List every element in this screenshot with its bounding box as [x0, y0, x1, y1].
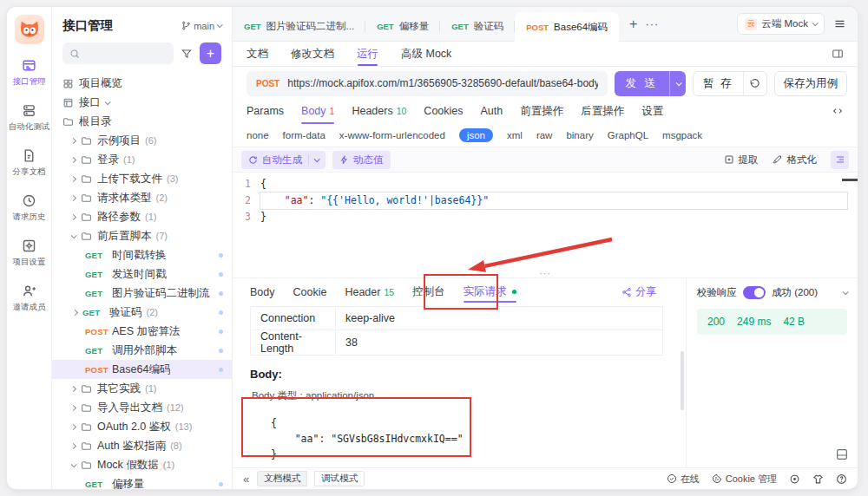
add-api-button[interactable]: + — [200, 42, 221, 64]
editor-line-2[interactable]: 2 "aa": "{{'Hello, world!'|base64}}" — [233, 193, 858, 209]
doc-tab-2[interactable]: 运行 — [357, 42, 378, 66]
response-tab-1[interactable]: Cookie — [293, 278, 327, 305]
apifox-fox-logo[interactable] — [15, 15, 44, 44]
tree-row-12[interactable]: GET验证码(2) — [52, 303, 232, 322]
tree-row-7[interactable]: 路径参数(1) — [52, 207, 232, 226]
tree-row-1[interactable]: 接口 — [52, 93, 232, 112]
chevron-right-icon[interactable] — [72, 309, 78, 315]
request-tab-4[interactable]: Auth — [481, 98, 503, 124]
request-tab-2[interactable]: Headers10 — [352, 98, 406, 124]
menu-icon[interactable] — [833, 17, 846, 30]
tree-row-6[interactable]: 请求体类型(2) — [52, 188, 232, 207]
indent-align-icon[interactable] — [831, 151, 849, 169]
workspace-tab-1[interactable]: GET偏移量 — [365, 12, 440, 41]
doc-tab-1[interactable]: 修改文档 — [291, 42, 334, 66]
code-icon[interactable] — [832, 105, 844, 117]
new-tab-button[interactable]: + — [629, 16, 637, 32]
collapse-icon[interactable]: « — [243, 473, 249, 486]
format-button[interactable]: 格式化 — [773, 153, 818, 166]
locate-icon[interactable] — [789, 473, 800, 485]
tree-row-20[interactable]: Mock 假数据(1) — [52, 455, 232, 474]
chevron-down-icon[interactable] — [71, 232, 77, 238]
chevron-right-icon[interactable] — [70, 137, 76, 143]
json-editor[interactable]: 1{2 "aa": "{{'Hello, world!'|base64}}"3} — [233, 173, 858, 269]
auto-generate-button[interactable]: 自动生成 — [241, 151, 326, 169]
tree-row-11[interactable]: GET图片验证码二进制流 — [52, 284, 232, 303]
splitter-handle[interactable]: ··· — [233, 269, 858, 277]
tree-row-8[interactable]: 前后置脚本(7) — [52, 226, 232, 245]
chevron-right-icon[interactable] — [70, 423, 76, 429]
body-type-raw[interactable]: raw — [536, 130, 553, 140]
response-tab-2[interactable]: Header15 — [345, 278, 394, 305]
branch-selector[interactable]: main — [181, 21, 221, 31]
response-tab-0[interactable]: Body — [250, 278, 275, 305]
chevron-down-icon[interactable] — [843, 289, 849, 295]
workspace-tab-3[interactable]: POSTBase64编码 — [515, 12, 619, 42]
rail-item-automation[interactable]: 自动化测试 — [9, 103, 50, 133]
rail-item-history[interactable]: 请求历史 — [9, 193, 50, 223]
body-type-none[interactable]: none — [247, 130, 269, 140]
body-type-binary[interactable]: binary — [566, 130, 593, 140]
dynamic-value-button[interactable]: 动态值 — [332, 151, 391, 169]
debug-mode-button[interactable]: 调试模式 — [314, 471, 365, 486]
tree-row-4[interactable]: 登录(1) — [52, 150, 232, 169]
chevron-right-icon[interactable] — [70, 404, 76, 410]
rail-item-project-settings[interactable]: 项目设置 — [9, 238, 50, 268]
tree-row-21[interactable]: GET偏移量 — [52, 474, 232, 489]
response-tab-4[interactable]: 实际请求 — [464, 278, 516, 305]
chevron-right-icon[interactable] — [70, 213, 76, 219]
chevron-right-icon[interactable] — [70, 175, 76, 181]
response-tab-3[interactable]: 控制台 — [412, 278, 445, 305]
chevron-right-icon[interactable] — [70, 156, 76, 162]
rail-item-invite[interactable]: 邀请成员 — [9, 284, 50, 313]
undo-icon[interactable] — [743, 72, 766, 95]
cookie-manager[interactable]: Cookie 管理 — [712, 473, 777, 486]
tree-row-16[interactable]: 其它实践(1) — [52, 379, 232, 398]
rail-item-share-doc[interactable]: 分享文档 — [9, 148, 50, 178]
body-type-form-data[interactable]: form-data — [283, 130, 326, 140]
url-input[interactable]: POST https://mock.apifox.com/m1/3656905-… — [247, 71, 608, 96]
workspace-tab-2[interactable]: GET验证码 — [440, 12, 515, 41]
auto-generate-dropdown[interactable] — [308, 154, 319, 166]
body-type-GraphQL[interactable]: GraphQL — [608, 130, 648, 140]
response-layout-icon[interactable] — [835, 447, 849, 461]
tree-row-15[interactable]: POSTBase64编码 — [52, 360, 232, 379]
chevron-right-icon[interactable] — [70, 442, 76, 448]
tab-more-icon[interactable]: ··· — [645, 17, 659, 30]
editor-scrollbar[interactable] — [842, 179, 858, 181]
search-input[interactable] — [62, 42, 174, 64]
chevron-down-icon[interactable] — [71, 461, 77, 467]
save-as-case-button[interactable]: 保存为用例 — [774, 71, 848, 96]
editor-line-3[interactable]: 3} — [233, 209, 858, 225]
theme-shirt-icon[interactable] — [812, 473, 824, 485]
workspace-tab-0[interactable]: GET图片验证码二进制... — [233, 12, 365, 41]
request-tab-0[interactable]: Params — [247, 98, 284, 124]
send-dropdown[interactable] — [669, 71, 686, 96]
tree-row-9[interactable]: GET时间戳转换 — [52, 245, 232, 264]
validate-toggle[interactable] — [743, 286, 766, 299]
chevron-right-icon[interactable] — [70, 385, 76, 391]
editor-line-1[interactable]: 1{ — [233, 176, 858, 193]
doc-tab-3[interactable]: 高级 Mock — [401, 42, 451, 66]
request-tab-7[interactable]: 设置 — [641, 98, 663, 124]
body-type-xml[interactable]: xml — [507, 130, 523, 140]
request-tab-1[interactable]: Body1 — [301, 98, 334, 124]
tree-row-14[interactable]: GET调用外部脚本 — [52, 341, 232, 360]
share-button[interactable]: 分享 — [621, 284, 668, 299]
tree-row-19[interactable]: Auth 鉴权指南(8) — [52, 436, 232, 455]
tree-row-13[interactable]: POSTAES 加密算法 — [52, 322, 232, 341]
panel-toggle-icon[interactable] — [832, 48, 844, 60]
filter-icon[interactable] — [181, 48, 193, 60]
body-type-x-www-form-urlencoded[interactable]: x-www-form-urlencoded — [339, 130, 445, 140]
doc-tab-0[interactable]: 文档 — [247, 42, 268, 66]
online-status[interactable]: 在线 — [667, 473, 700, 486]
help-icon[interactable] — [836, 473, 847, 485]
tree-row-0[interactable]: 项目概览 — [52, 74, 232, 93]
body-type-json[interactable]: json — [459, 128, 493, 142]
tree-row-18[interactable]: OAuth 2.0 鉴权(13) — [52, 417, 232, 436]
tree-row-17[interactable]: 导入导出文档(12) — [52, 398, 232, 417]
chevron-right-icon[interactable] — [70, 194, 76, 200]
tree-row-5[interactable]: 上传下载文件(3) — [52, 169, 232, 188]
rail-item-api-manage[interactable]: 接口管理 — [9, 58, 50, 88]
send-button[interactable]: 发 送 — [615, 71, 686, 96]
